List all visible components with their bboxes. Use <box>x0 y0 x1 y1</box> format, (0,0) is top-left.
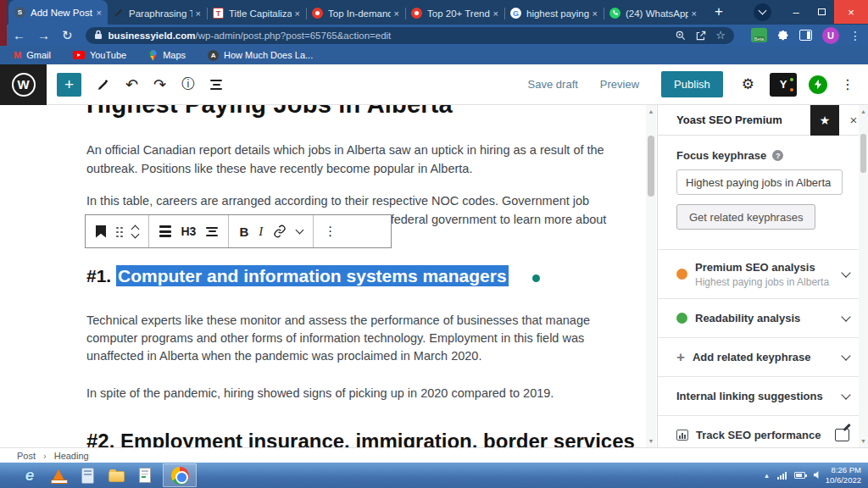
share-icon[interactable] <box>695 30 707 42</box>
add-related-keyphrase-row[interactable]: + Add related keyphrase <box>658 337 868 376</box>
block-mover-buttons[interactable] <box>132 226 138 237</box>
network-signal-icon[interactable] <box>777 472 787 480</box>
minimize-button[interactable]: – <box>783 0 809 24</box>
tab-close-icon[interactable]: × <box>593 8 598 19</box>
link-button[interactable] <box>273 225 287 238</box>
scroll-down-icon[interactable]: ▼ <box>859 438 868 444</box>
forward-button[interactable]: → <box>37 29 50 42</box>
breadcrumb-heading[interactable]: Heading <box>54 451 89 461</box>
tab-paraphrasing-tool[interactable]: Paraphrasing Tool × <box>108 2 207 25</box>
tab-highest-paying[interactable]: G highest paying job × <box>504 2 604 25</box>
readability-analysis-row[interactable]: Readability analysis <box>658 298 868 337</box>
chevron-down-icon[interactable] <box>841 390 850 399</box>
tab-close-icon[interactable]: × <box>394 8 399 19</box>
paragraph-block[interactable]: In spite of the pandemic, hiring showed … <box>86 384 593 402</box>
chevron-down-icon[interactable] <box>841 312 850 321</box>
beta-extension-icon[interactable]: Beta <box>751 28 767 42</box>
taskbar-clock[interactable]: 8:26 PM 10/6/2022 <box>826 465 861 485</box>
block-type-icon[interactable] <box>159 225 171 237</box>
document-icon[interactable] <box>131 464 159 486</box>
maximize-button[interactable] <box>809 0 834 24</box>
pin-star-button[interactable]: ★ <box>810 105 839 136</box>
editor-options-icon[interactable]: ⋮ <box>841 76 854 92</box>
scroll-up-icon[interactable]: ▲ <box>646 108 656 114</box>
new-tab-button[interactable]: + <box>708 1 730 23</box>
scroll-down-icon[interactable]: ▼ <box>646 438 656 444</box>
scrollbar-thumb[interactable] <box>860 134 866 173</box>
bookmark-maps[interactable]: Maps <box>148 50 186 61</box>
paragraph-block[interactable]: Technical experts like these monitor and… <box>86 312 593 365</box>
italic-button[interactable]: I <box>259 225 263 239</box>
preview-button[interactable]: Preview <box>600 78 639 91</box>
post-title-clipped[interactable]: Highest Paying Jobs in Alberta <box>86 105 593 118</box>
battery-icon[interactable] <box>794 472 805 479</box>
premium-seo-analysis-row[interactable]: Premium SEO analysis Highest paying jobs… <box>658 249 868 298</box>
focus-keyphrase-input[interactable] <box>676 169 843 195</box>
back-button[interactable]: ← <box>13 29 25 42</box>
speaker-icon[interactable] <box>813 468 822 483</box>
block-inserter-button[interactable]: + <box>57 73 81 97</box>
content-scrollbar[interactable]: ▲ ▼ <box>646 105 656 447</box>
post-content-canvas[interactable]: Highest Paying Jobs in Alberta An offici… <box>0 105 657 447</box>
tab-close-icon[interactable]: × <box>295 8 300 19</box>
tab-top-20-trending[interactable]: Top 20+ Trending × <box>405 2 504 25</box>
tab-close-icon[interactable]: × <box>196 8 201 19</box>
tab-close-icon[interactable]: × <box>97 8 102 18</box>
browser-menu-icon[interactable]: ⋮ <box>849 29 861 42</box>
jetpack-icon[interactable] <box>809 75 827 94</box>
internet-explorer-icon[interactable]: e <box>15 464 44 486</box>
reload-button[interactable]: ↻ <box>62 29 73 42</box>
text-align-button[interactable] <box>206 227 218 236</box>
internal-linking-row[interactable]: Internal linking suggestions <box>658 376 868 415</box>
vlc-icon[interactable] <box>44 464 73 486</box>
scroll-up-icon[interactable]: ▲ <box>859 108 868 114</box>
tab-title-capitalization[interactable]: T Title Capitalization × <box>207 2 306 25</box>
tab-search-button[interactable] <box>754 3 771 21</box>
zoom-icon[interactable] <box>675 30 687 42</box>
heading-block-h2[interactable]: #2. Employment insurance, immigration, b… <box>86 428 593 447</box>
publish-button[interactable]: Publish <box>661 71 723 97</box>
tab-whatsapp[interactable]: (24) WhatsApp × <box>604 2 703 25</box>
scrollbar-thumb[interactable] <box>648 136 654 197</box>
yoast-toolbar-icon[interactable]: Y <box>770 73 797 97</box>
bold-button[interactable]: B <box>239 225 248 239</box>
tab-close-icon[interactable]: × <box>493 8 498 19</box>
more-formats-chevron-icon[interactable] <box>297 230 303 233</box>
list-view-button[interactable] <box>210 80 222 90</box>
wordpress-logo-button[interactable]: W <box>0 64 47 105</box>
extensions-puzzle-icon[interactable] <box>777 30 789 42</box>
paragraph-block[interactable]: An official Canadian report details whic… <box>86 141 593 178</box>
selected-heading-text[interactable]: Computer and information systems manager… <box>116 265 509 286</box>
breadcrumb-post[interactable]: Post <box>17 451 36 461</box>
side-panel-icon[interactable] <box>799 30 812 41</box>
get-related-keyphrases-button[interactable]: Get related keyphrases <box>676 204 815 230</box>
bookmark-gmail[interactable]: MGmail <box>14 50 51 60</box>
bookmark-how-much[interactable]: AHow Much Does La... <box>208 50 313 61</box>
profile-avatar[interactable]: U <box>822 27 839 44</box>
tab-top-in-demand[interactable]: Top In-demand Jo × <box>306 2 405 25</box>
edit-mode-pencil-icon[interactable] <box>97 78 110 92</box>
sidebar-scrollbar[interactable]: ▲ ▼ <box>859 105 868 447</box>
heading-level-button[interactable]: H3 <box>181 225 197 238</box>
hidden-icons-chevron[interactable]: ▴ <box>765 471 769 480</box>
move-down-icon[interactable] <box>131 230 139 238</box>
tab-add-new-post[interactable]: S Add New Post ‹ Bl × <box>8 0 108 25</box>
undo-button[interactable]: ↶ <box>125 75 138 94</box>
tab-close-icon[interactable]: × <box>692 8 697 19</box>
block-options-icon[interactable]: ⋮ <box>324 224 337 239</box>
post-title[interactable]: Highest Paying Jobs in Alberta <box>86 105 593 118</box>
heading-block-h3[interactable]: #1. Computer and information systems man… <box>86 266 593 286</box>
redo-button[interactable]: ↷ <box>153 75 166 94</box>
address-bar[interactable]: businessyield.com/wp-admin/post.php?post… <box>86 27 734 44</box>
bookmark-youtube[interactable]: YouTube <box>73 50 126 60</box>
heading-block-icon[interactable] <box>96 225 106 238</box>
chrome-taskbar-button[interactable] <box>163 463 197 487</box>
chevron-down-icon[interactable] <box>841 268 850 277</box>
settings-gear-icon[interactable]: ⚙ <box>742 75 754 93</box>
details-info-button[interactable]: ⓘ <box>181 75 195 93</box>
bookmark-star-icon[interactable]: ☆ <box>715 29 726 42</box>
save-draft-button[interactable]: Save draft <box>528 78 578 91</box>
help-icon[interactable]: ? <box>772 150 783 161</box>
edit-external-icon[interactable] <box>835 429 849 441</box>
file-explorer-icon[interactable] <box>102 464 131 486</box>
